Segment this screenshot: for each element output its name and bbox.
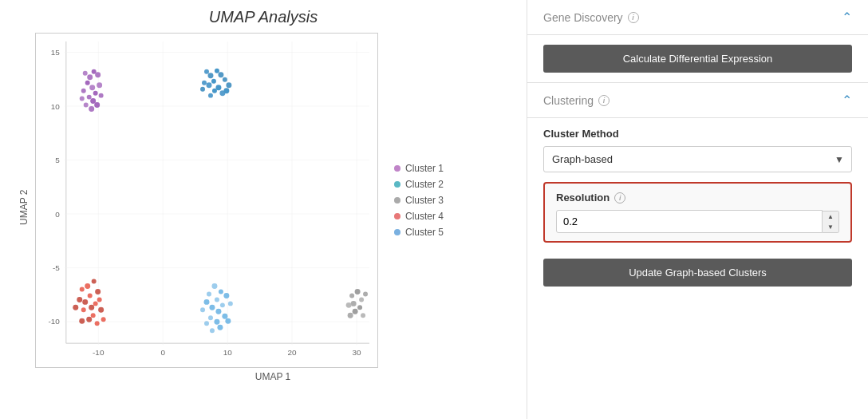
svg-point-81: [95, 321, 100, 326]
svg-point-78: [73, 305, 78, 310]
legend-item-1: Cluster 1: [394, 163, 444, 174]
svg-point-32: [97, 82, 102, 88]
svg-point-49: [226, 82, 231, 88]
resolution-spinner: ▲ ▼: [823, 211, 839, 233]
left-panel: UMAP Analysis UMAP 2: [0, 0, 527, 419]
svg-point-68: [95, 289, 101, 294]
chart-title: UMAP Analysis: [209, 8, 318, 26]
svg-point-86: [223, 293, 229, 298]
cluster-method-select[interactable]: Graph-based K-means Hierarchical: [543, 146, 852, 172]
update-clusters-button[interactable]: Update Graph-based Clusters: [543, 259, 852, 287]
svg-point-91: [228, 301, 233, 306]
resolution-label: Resolution i: [556, 192, 839, 204]
svg-point-70: [82, 299, 88, 305]
legend-dot-5: [394, 229, 400, 235]
legend-label-2: Cluster 2: [405, 179, 444, 190]
svg-text:30: 30: [353, 348, 362, 357]
clustering-chevron-icon[interactable]: ⌃: [842, 93, 852, 108]
svg-point-29: [89, 85, 95, 90]
clustering-info-icon[interactable]: i: [598, 95, 610, 106]
svg-point-52: [200, 87, 205, 92]
svg-point-87: [215, 297, 219, 302]
svg-text:15: 15: [51, 48, 61, 57]
svg-point-76: [98, 307, 104, 313]
svg-point-26: [83, 71, 88, 76]
svg-text:10: 10: [51, 102, 61, 111]
svg-point-99: [210, 328, 215, 333]
svg-text:-10: -10: [93, 348, 105, 357]
svg-point-94: [222, 314, 227, 319]
resolution-spinner-down[interactable]: ▼: [823, 222, 838, 232]
svg-point-46: [223, 77, 227, 82]
resolution-spinner-up[interactable]: ▲: [823, 211, 838, 222]
gene-discovery-header: Gene Discovery i ⌃: [527, 0, 868, 35]
svg-text:-5: -5: [53, 263, 60, 272]
legend-item-3: Cluster 3: [394, 195, 444, 206]
svg-point-77: [91, 313, 96, 318]
svg-point-28: [85, 81, 90, 85]
gene-discovery-info-icon[interactable]: i: [628, 12, 639, 23]
gene-discovery-title: Gene Discovery i: [543, 11, 639, 24]
legend-label-3: Cluster 3: [405, 195, 444, 206]
cluster1-points: [80, 69, 104, 112]
svg-text:0: 0: [55, 210, 60, 219]
svg-point-79: [101, 317, 106, 322]
svg-point-27: [95, 72, 101, 77]
resolution-box: Resolution i ▲ ▼: [543, 182, 852, 243]
svg-point-96: [214, 319, 219, 325]
cluster5-points: [200, 283, 233, 333]
svg-point-44: [211, 79, 216, 84]
svg-point-24: [87, 74, 93, 80]
svg-point-60: [346, 302, 352, 308]
legend-label-1: Cluster 1: [405, 163, 444, 174]
svg-point-39: [89, 106, 94, 112]
svg-point-75: [81, 307, 86, 312]
svg-point-35: [80, 97, 85, 101]
svg-point-88: [204, 299, 210, 305]
resolution-info-icon[interactable]: i: [614, 192, 625, 204]
svg-point-43: [218, 72, 223, 77]
y-axis-label: UMAP 2: [16, 33, 32, 382]
svg-point-54: [208, 93, 213, 98]
svg-point-95: [208, 315, 213, 320]
legend-dot-2: [394, 181, 400, 188]
legend-label-5: Cluster 5: [405, 227, 444, 238]
svg-point-53: [223, 88, 229, 93]
svg-point-92: [215, 309, 221, 314]
svg-point-58: [351, 301, 357, 306]
svg-point-38: [84, 103, 89, 108]
umap-plot: 15 10 5 0 -5: [35, 33, 378, 368]
legend-item-4: Cluster 4: [394, 211, 444, 222]
right-panel: Gene Discovery i ⌃ Calculate Differentia…: [527, 0, 868, 419]
legend-item-5: Cluster 5: [394, 227, 444, 238]
svg-point-84: [219, 289, 223, 294]
svg-text:20: 20: [288, 348, 298, 357]
svg-text:-10: -10: [49, 317, 61, 326]
legend-dot-4: [394, 213, 400, 219]
resolution-input[interactable]: [556, 210, 823, 233]
svg-point-41: [215, 69, 219, 73]
svg-point-34: [90, 98, 96, 104]
svg-point-90: [209, 305, 215, 310]
calculate-diff-expression-button[interactable]: Calculate Differential Expression: [543, 45, 852, 73]
svg-point-31: [93, 91, 98, 96]
svg-point-72: [77, 297, 82, 302]
svg-point-59: [357, 305, 362, 310]
gene-discovery-chevron-icon[interactable]: ⌃: [842, 10, 852, 25]
cluster2-points: [200, 69, 231, 98]
gene-discovery-label: Gene Discovery: [543, 11, 623, 24]
cluster-method-select-wrapper: Graph-based K-means Hierarchical ▼: [543, 146, 852, 172]
legend: Cluster 1 Cluster 2 Cluster 3 Cluster 4: [378, 33, 444, 368]
svg-point-89: [220, 302, 225, 307]
svg-point-80: [86, 317, 92, 322]
gene-discovery-content: Calculate Differential Expression: [527, 35, 868, 83]
plot-svg: 15 10 5 0 -5: [36, 34, 377, 367]
legend-label-4: Cluster 4: [405, 211, 444, 222]
svg-point-71: [93, 301, 98, 306]
svg-point-45: [207, 82, 212, 88]
svg-point-97: [204, 321, 209, 326]
resolution-label-text: Resolution: [556, 192, 610, 204]
svg-point-83: [211, 283, 217, 289]
svg-point-65: [85, 283, 90, 289]
svg-point-50: [212, 89, 217, 93]
